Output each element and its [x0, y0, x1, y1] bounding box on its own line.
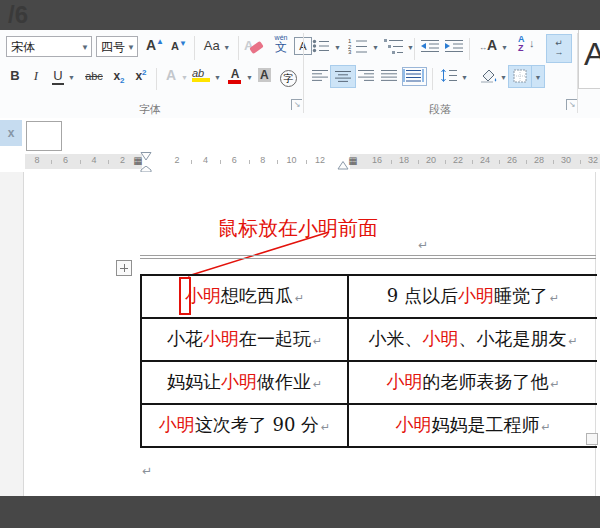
highlighted-name-text: 小明: [386, 371, 422, 392]
phonetic-guide-button[interactable]: wén 文: [270, 34, 292, 53]
line-spacing-button[interactable]: [440, 68, 458, 83]
table-cell[interactable]: 小明妈妈是工程师↵: [347, 405, 597, 446]
scaling-chevron-icon[interactable]: ▼: [501, 44, 508, 51]
distribute-button[interactable]: [402, 67, 427, 86]
text-effects-button[interactable]: A: [163, 67, 179, 83]
enclose-characters-button[interactable]: 字: [280, 68, 297, 87]
character-scaling-button[interactable]: ↔A: [476, 36, 500, 54]
text-effects-chevron-icon: ▼: [181, 74, 188, 81]
cell-text: 、小花是朋友: [458, 328, 566, 349]
align-center-button[interactable]: [330, 65, 356, 88]
ruler-tick: [418, 160, 419, 164]
character-shading-button[interactable]: A: [258, 68, 271, 82]
cell-end-mark: ↵: [568, 335, 577, 347]
show-hide-marks-toggle[interactable]: ↵ →: [546, 34, 572, 63]
bullets-chevron-icon[interactable]: ▼: [334, 44, 341, 51]
clear-formatting-button[interactable]: A: [244, 38, 268, 56]
cell-end-mark: ↵: [550, 292, 559, 304]
separator: [432, 68, 433, 90]
document-canvas[interactable]: 鼠标放在小明前面 ↵ 小明想吃西瓜↵9 点以后小明睡觉了↵小花小明在一起玩↵小米…: [0, 172, 600, 496]
table-cell[interactable]: 小花小明在一起玩↵: [142, 319, 347, 360]
chevron-down-icon[interactable]: ▼: [127, 37, 135, 58]
paint-bucket-icon: [479, 67, 498, 84]
multilevel-list-button[interactable]: [384, 38, 404, 54]
numbering-icon: 123: [348, 38, 368, 54]
subscript-button[interactable]: x2: [110, 69, 128, 85]
cell-text: 在一起玩: [239, 328, 311, 349]
group-divider: [303, 33, 304, 113]
separator: [414, 38, 415, 60]
font-name-combo[interactable]: 宋体 ▼: [6, 36, 92, 57]
borders-button[interactable]: [508, 65, 532, 88]
justify-button[interactable]: [380, 69, 398, 82]
close-tab-button[interactable]: x: [0, 120, 22, 146]
ruler-tick: [391, 160, 392, 164]
shading-chevron-icon[interactable]: ▼: [500, 74, 507, 81]
table-cell[interactable]: 妈妈让小明做作业↵: [142, 362, 347, 403]
font-color-button[interactable]: A: [228, 67, 242, 84]
multilevel-list-icon: [384, 38, 404, 54]
bold-button[interactable]: B: [8, 68, 22, 83]
align-right-button[interactable]: [357, 69, 375, 82]
highlighted-name-text: 小明: [159, 414, 195, 435]
table-cell[interactable]: 小明的老师表扬了他↵: [347, 362, 597, 403]
ruler-tick: [472, 160, 473, 164]
sort-button[interactable]: A Z ↓: [518, 35, 540, 53]
highlight-chevron-icon[interactable]: ▼: [214, 74, 221, 81]
line-spacing-chevron-icon[interactable]: ▼: [461, 74, 468, 81]
cell-end-mark: ↵: [313, 378, 322, 390]
font-size-combo[interactable]: 四号 ▼: [96, 36, 138, 57]
first-line-indent-marker[interactable]: [140, 152, 152, 161]
table-cell[interactable]: 小明这次考了 90 分↵: [142, 405, 347, 446]
ruler-tick: [306, 160, 307, 164]
ruler-number: 8: [34, 155, 39, 165]
grow-font-button[interactable]: A▲: [144, 37, 166, 53]
table-cell[interactable]: 小明想吃西瓜↵: [142, 276, 347, 317]
increase-indent-button[interactable]: [444, 39, 464, 53]
change-case-button[interactable]: Aa ▼: [200, 38, 234, 53]
paragraph-mark-after-table: ↵: [142, 464, 152, 478]
paragraph-dialog-launcher[interactable]: ↘: [566, 99, 577, 110]
ruler-band: 864224681012161820222426283032 ▦ ▦: [25, 154, 600, 169]
underline-chevron-icon[interactable]: ▼: [68, 74, 75, 81]
font-color-chevron-icon[interactable]: ▼: [246, 74, 253, 81]
font-dialog-launcher[interactable]: ↘: [291, 99, 302, 110]
table[interactable]: 小明想吃西瓜↵9 点以后小明睡觉了↵小花小明在一起玩↵小米、小明、小花是朋友↵妈…: [140, 274, 597, 448]
cell-text: 做作业: [257, 371, 311, 392]
numbering-chevron-icon[interactable]: ▼: [372, 44, 379, 51]
shrink-font-button[interactable]: A▼: [168, 39, 190, 52]
ruler-tick: [80, 160, 81, 164]
table-move-handle[interactable]: [116, 260, 132, 276]
ruler-number: 6: [232, 155, 237, 165]
table-row: 小花小明在一起玩↵小米、小明、小花是朋友↵: [142, 319, 597, 362]
multilevel-chevron-icon[interactable]: ▼: [407, 44, 414, 51]
cell-end-mark: ↵: [550, 378, 559, 390]
superscript-button[interactable]: x2: [132, 68, 150, 83]
styles-gallery[interactable]: A: [578, 30, 600, 89]
strikethrough-button[interactable]: abc: [82, 70, 106, 82]
table-cell[interactable]: 小米、小明、小花是朋友↵: [347, 319, 597, 360]
right-indent-marker[interactable]: [337, 161, 349, 170]
grow-arrow-icon: ▲: [156, 37, 164, 46]
ruler[interactable]: 864224681012161820222426283032 ▦ ▦: [0, 152, 600, 172]
ruler-number: 12: [315, 155, 325, 165]
double-rule-line: [140, 255, 596, 259]
ruler-number: 4: [91, 155, 96, 165]
underline-button[interactable]: U: [52, 68, 64, 85]
document-tab[interactable]: [26, 121, 62, 151]
decrease-indent-button[interactable]: [420, 39, 440, 53]
highlight-color-button[interactable]: ab: [192, 67, 212, 82]
ruler-number: 2: [120, 155, 125, 165]
distribute-icon: [403, 68, 424, 83]
align-left-button[interactable]: [311, 69, 329, 82]
italic-button[interactable]: I: [30, 68, 42, 84]
chevron-down-icon[interactable]: ▼: [81, 37, 89, 58]
bullets-button[interactable]: [312, 39, 330, 53]
numbering-button[interactable]: 123: [348, 38, 368, 54]
table-resize-handle[interactable]: [586, 433, 598, 445]
table-cell[interactable]: 9 点以后小明睡觉了↵: [347, 276, 597, 317]
ruler-number: 4: [203, 155, 208, 165]
style-preview-letter: A: [584, 36, 600, 73]
shading-button[interactable]: [479, 67, 498, 84]
borders-chevron-button[interactable]: ▼: [531, 65, 545, 88]
